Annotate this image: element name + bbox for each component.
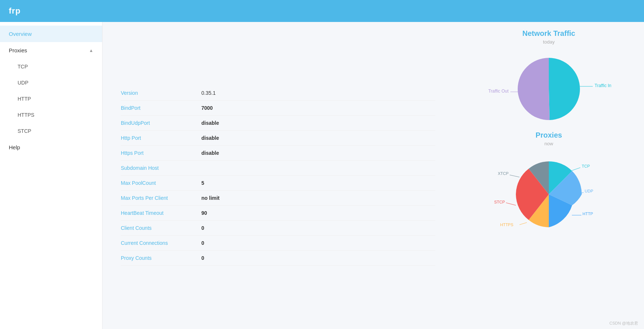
- maxpoolcount-value: 5: [201, 180, 204, 186]
- bindport-label: BindPort: [121, 105, 201, 111]
- info-row-bindport: BindPort 7000: [121, 101, 435, 116]
- clientcounts-label: Client Counts: [121, 225, 201, 231]
- svg-line-5: [572, 168, 580, 171]
- heartbeattimeout-value: 90: [201, 210, 207, 216]
- content-area: Version 0.35.1 BindPort 7000 BindUdpPort…: [103, 22, 644, 329]
- info-row-version: Version 0.35.1: [121, 86, 435, 101]
- topbar: frp: [0, 0, 644, 22]
- sidebar-item-help[interactable]: Help: [0, 139, 102, 156]
- network-traffic-section: Network Traffic today Traffic Out: [465, 29, 633, 124]
- maxportsperclient-label: Max Ports Per Client: [121, 195, 201, 201]
- svg-text:XTCP: XTCP: [498, 171, 509, 176]
- chevron-up-icon: ▲: [89, 48, 93, 53]
- main-layout: Overview Proxies ▲ TCP UDP HTTP HTTPS ST…: [0, 22, 644, 329]
- charts-panel: Network Traffic today Traffic Out: [454, 22, 644, 329]
- footer: CSDN @地农君: [610, 321, 638, 326]
- svg-line-15: [510, 175, 520, 177]
- footer-text: CSDN @地农君: [610, 321, 638, 325]
- proxies-chart-subtitle: now: [544, 141, 553, 146]
- svg-line-11: [520, 223, 527, 225]
- info-row-currentconnections: Current Connections 0: [121, 236, 435, 251]
- proxies-chart-section: Proxies now: [465, 131, 633, 233]
- bindudpport-label: BindUdpPort: [121, 120, 201, 126]
- info-row-subdomainhost: Subdomain Host: [121, 161, 435, 176]
- sidebar-item-udp[interactable]: UDP: [0, 75, 102, 91]
- heartbeattimeout-label: HeartBeat Timeout: [121, 210, 201, 216]
- maxpoolcount-label: Max PoolCount: [121, 180, 201, 186]
- info-row-httpport: Http Port disable: [121, 131, 435, 146]
- proxycounts-value: 0: [201, 255, 204, 261]
- proxies-chart-title: Proxies: [536, 131, 562, 139]
- httpsport-value: disable: [201, 150, 219, 156]
- bindport-value: 7000: [201, 105, 213, 111]
- svg-text:Traffic In: Traffic In: [595, 83, 611, 88]
- info-row-maxportsperclient: Max Ports Per Client no limit: [121, 191, 435, 206]
- info-row-proxycounts: Proxy Counts 0: [121, 251, 435, 266]
- info-row-clientcounts: Client Counts 0: [121, 221, 435, 236]
- info-row-httpsport: Https Port disable: [121, 146, 435, 161]
- svg-text:HTTPS: HTTPS: [500, 223, 513, 227]
- app-title: frp: [9, 6, 21, 16]
- proxycounts-label: Proxy Counts: [121, 255, 201, 261]
- bindudpport-value: disable: [201, 120, 219, 126]
- svg-line-13: [506, 203, 516, 205]
- sidebar-item-https[interactable]: HTTPS: [0, 107, 102, 123]
- network-traffic-chart: Traffic Out Traffic In: [487, 51, 611, 124]
- currentconnections-label: Current Connections: [121, 240, 201, 246]
- svg-text:HTTP: HTTP: [582, 212, 593, 216]
- svg-text:TCP: TCP: [582, 164, 590, 168]
- httpport-label: Http Port: [121, 135, 201, 141]
- currentconnections-value: 0: [201, 240, 204, 246]
- svg-text:Traffic Out: Traffic Out: [488, 89, 509, 94]
- svg-text:UDP: UDP: [585, 189, 593, 193]
- sidebar-item-tcp[interactable]: TCP: [0, 59, 102, 75]
- info-row-maxpoolcount: Max PoolCount 5: [121, 176, 435, 191]
- info-row-bindudpport: BindUdpPort disable: [121, 116, 435, 131]
- sidebar-item-stcp[interactable]: STCP: [0, 123, 102, 139]
- info-panel: Version 0.35.1 BindPort 7000 BindUdpPort…: [103, 22, 454, 329]
- subdomainhost-label: Subdomain Host: [121, 165, 201, 171]
- network-traffic-subtitle: today: [543, 39, 555, 45]
- sidebar-item-overview[interactable]: Overview: [0, 26, 102, 42]
- network-traffic-title: Network Traffic: [522, 29, 575, 38]
- sidebar: Overview Proxies ▲ TCP UDP HTTP HTTPS ST…: [0, 22, 103, 329]
- httpsport-label: Https Port: [121, 150, 201, 156]
- version-label: Version: [121, 90, 201, 96]
- maxportsperclient-value: no limit: [201, 195, 220, 201]
- sidebar-item-proxies[interactable]: Proxies ▲: [0, 42, 102, 59]
- httpport-value: disable: [201, 135, 219, 141]
- info-row-heartbeattimeout: HeartBeat Timeout 90: [121, 206, 435, 221]
- clientcounts-value: 0: [201, 225, 204, 231]
- proxies-chart: TCP UDP HTTP HTTPS STCP XTCP: [487, 152, 611, 233]
- svg-text:STCP: STCP: [494, 200, 505, 204]
- version-value: 0.35.1: [201, 90, 216, 96]
- sidebar-item-http[interactable]: HTTP: [0, 91, 102, 107]
